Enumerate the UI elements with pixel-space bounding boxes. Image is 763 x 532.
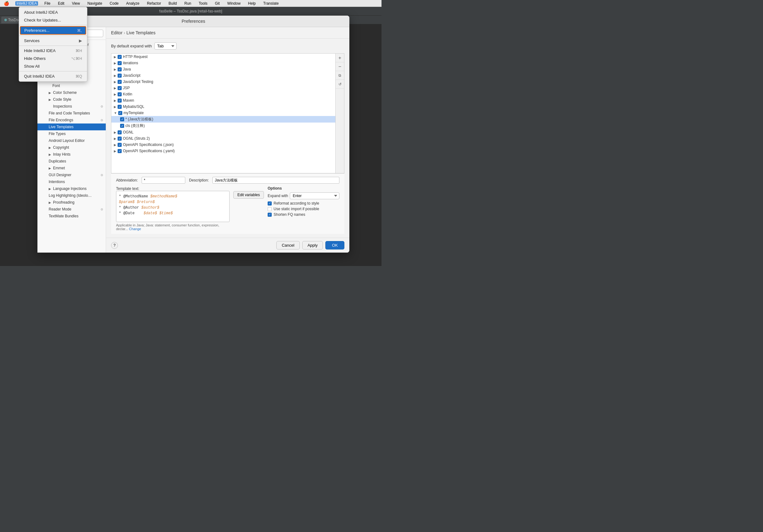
tl-group-header-mybatis-sql[interactable]: ▶ ✓ Mybatis/SQL (111, 104, 335, 110)
change-link[interactable]: Change (129, 227, 141, 231)
cls-checkbox[interactable]: ✓ (120, 124, 124, 128)
maven-checkbox[interactable]: ✓ (118, 99, 122, 103)
sidebar-item-file-code-templates[interactable]: File and Code Templates (38, 110, 106, 117)
tl-group-header-javascript-testing[interactable]: ▶ ✓ JavaScript Testing (111, 78, 335, 85)
apply-button[interactable]: Apply (302, 241, 323, 250)
expand-with-select[interactable]: Enter Tab Space (290, 192, 339, 199)
javascript-testing-name: JavaScript Testing (123, 79, 153, 84)
remove-template-button[interactable]: − (336, 62, 344, 71)
java-checkbox[interactable]: ✓ (118, 67, 122, 71)
template-text-area[interactable]: * @MethodName $methodName$ $param$ $retu… (116, 191, 230, 222)
help-button[interactable]: ? (111, 242, 118, 249)
sidebar-item-file-encodings[interactable]: File Encodings ⚙ (38, 117, 106, 124)
sidebar-item-proofreading[interactable]: ▶ Proofreading (38, 199, 106, 206)
menu-sep3 (19, 46, 87, 46)
sidebar-item-log-highlighting[interactable]: Log Highlighting (Ideolo… (38, 192, 106, 199)
menu-services[interactable]: Services ▶ (19, 37, 87, 45)
file-menu[interactable]: File (43, 1, 52, 6)
tl-group-header-java[interactable]: ▶ ✓ Java (111, 66, 335, 72)
refactor-menu[interactable]: Refactor (146, 1, 162, 6)
shorten-fq-checkbox[interactable]: ✓ (268, 213, 272, 217)
sidebar-item-gui-designer[interactable]: GUI Designer ⚙ (38, 171, 106, 178)
reformat-checkbox[interactable]: ✓ (268, 201, 272, 205)
edit-variables-button[interactable]: Edit variables (233, 191, 264, 199)
template-list-actions: + − ⧉ ↺ (336, 53, 344, 173)
sidebar-item-font[interactable]: Font (38, 82, 106, 89)
menu-about[interactable]: About IntelliJ IDEA (19, 8, 87, 16)
prefs-details: Abbreviation: Description: Template text… (111, 173, 344, 234)
openapi-json-checkbox[interactable]: ✓ (118, 143, 122, 147)
ok-button[interactable]: OK (325, 241, 344, 250)
mytemplate-checkbox[interactable]: ✓ (118, 111, 122, 115)
tl-group-header-iterations[interactable]: ▶ ✓ iterations (111, 60, 335, 66)
tools-menu[interactable]: Tools (197, 1, 209, 6)
sidebar-item-file-types[interactable]: File Types (38, 130, 106, 137)
menu-preferences[interactable]: Preferences... ⌘, (20, 26, 86, 35)
tl-group-header-jsp[interactable]: ▶ ✓ JSP (111, 85, 335, 91)
navigate-menu[interactable]: Navigate (86, 1, 103, 6)
sidebar-item-copyright[interactable]: ▶ Copyright (38, 144, 106, 151)
tl-group-header-maven[interactable]: ▶ ✓ Maven (111, 97, 335, 104)
star-checkbox[interactable]: ✓ (120, 117, 124, 121)
iterations-checkbox[interactable]: ✓ (118, 61, 122, 65)
menu-show-all[interactable]: Show All (19, 62, 87, 70)
reset-template-button[interactable]: ↺ (336, 80, 344, 89)
sidebar-item-live-templates[interactable]: Live Templates (38, 124, 106, 130)
run-menu[interactable]: Run (183, 1, 192, 6)
apple-menu[interactable]: 🍎 (3, 1, 10, 6)
ognl-struts2-checkbox[interactable]: ✓ (118, 137, 122, 141)
javascript-testing-checkbox[interactable]: ✓ (118, 80, 122, 84)
http-request-checkbox[interactable]: ✓ (118, 55, 122, 59)
git-menu[interactable]: Git (214, 1, 221, 6)
code-menu[interactable]: Code (109, 1, 120, 6)
tl-group-header-mytemplate[interactable]: ▼ ✓ myTemplate (111, 110, 335, 116)
translate-menu[interactable]: Translate (262, 1, 280, 6)
tl-group-header-http-request[interactable]: ▶ ✓ HTTP Request (111, 53, 335, 60)
mybatis-sql-checkbox[interactable]: ✓ (118, 105, 122, 109)
expand-select[interactable]: Tab Enter Space (155, 43, 176, 50)
tl-group-header-ognl[interactable]: ▶ ✓ OGNL (111, 129, 335, 135)
description-input[interactable] (212, 177, 339, 184)
sidebar-item-textmate[interactable]: TextMate Bundles (38, 213, 106, 220)
javascript-checkbox[interactable]: ✓ (118, 73, 122, 78)
intellij-idea-menu[interactable]: IntelliJ IDEA (15, 1, 38, 6)
edit-menu[interactable]: Edit (57, 1, 66, 6)
sidebar-item-inspections[interactable]: ▶ Inspections ⚙ (38, 103, 106, 110)
abbreviation-input[interactable] (142, 177, 185, 184)
tl-group-header-openapi-json[interactable]: ▶ ✓ OpenAPI Specifications (.json) (111, 142, 335, 148)
sidebar-item-color-scheme[interactable]: ▶ Color Scheme (38, 89, 106, 96)
tl-item-cls[interactable]: ✓ cls (类注释) (111, 123, 335, 129)
tl-group-header-kotlin[interactable]: ▶ ✓ Kotlin (111, 91, 335, 97)
menu-hide-others[interactable]: Hide Others ⌥⌘H (19, 54, 87, 62)
analyze-menu[interactable]: Analyze (125, 1, 141, 6)
static-import-checkbox[interactable] (268, 207, 272, 211)
jsp-checkbox[interactable]: ✓ (118, 86, 122, 90)
add-template-button[interactable]: + (336, 53, 344, 62)
description-label: Description: (189, 178, 209, 182)
menu-quit[interactable]: Quit IntelliJ IDEA ⌘Q (19, 72, 87, 80)
sidebar-item-emmet[interactable]: ▶ Emmet (38, 165, 106, 171)
tl-group-header-ognl-struts2[interactable]: ▶ ✓ OGNL (Struts 2) (111, 135, 335, 142)
sidebar-item-duplicates[interactable]: Duplicates (38, 158, 106, 165)
openapi-yaml-checkbox[interactable]: ✓ (118, 149, 122, 153)
http-request-arrow: ▶ (114, 55, 116, 58)
copy-template-button[interactable]: ⧉ (336, 71, 344, 80)
sidebar-item-inlay-hints[interactable]: ▶ Inlay Hints (38, 151, 106, 158)
ognl-checkbox[interactable]: ✓ (118, 130, 122, 134)
build-menu[interactable]: Build (167, 1, 178, 6)
sidebar-item-android-layout[interactable]: Android Layout Editor (38, 137, 106, 144)
sidebar-item-intentions[interactable]: Intentions (38, 178, 106, 185)
tl-group-header-openapi-yaml[interactable]: ▶ ✓ OpenAPI Specifications (.yaml) (111, 148, 335, 154)
sidebar-item-code-style[interactable]: ▶ Code Style (38, 96, 106, 103)
cancel-button[interactable]: Cancel (276, 241, 299, 250)
help-menu[interactable]: Help (247, 1, 257, 6)
window-menu[interactable]: Window (226, 1, 242, 6)
kotlin-checkbox[interactable]: ✓ (118, 92, 122, 96)
menu-check-updates[interactable]: Check for Updates... (19, 16, 87, 24)
tl-item-star[interactable]: ✓ * (Java方法模板) (111, 116, 335, 123)
tl-group-header-javascript[interactable]: ▶ ✓ JavaScript (111, 72, 335, 78)
sidebar-item-language-injections[interactable]: ▶ Language Injections (38, 185, 106, 192)
sidebar-item-reader-mode[interactable]: Reader Mode ⚙ (38, 206, 106, 213)
menu-hide-idea[interactable]: Hide IntelliJ IDEA ⌘H (19, 47, 87, 54)
view-menu[interactable]: View (70, 1, 81, 6)
